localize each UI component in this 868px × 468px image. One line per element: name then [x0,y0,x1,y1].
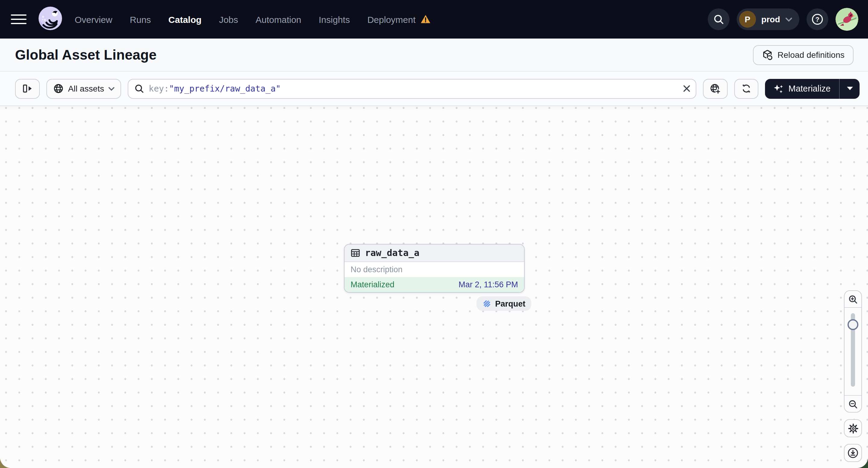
gear-icon [848,423,858,433]
parquet-icon [483,299,492,308]
svg-text:?: ? [815,15,819,23]
table-icon [350,248,360,258]
warning-triangle-icon [421,14,431,24]
nav-item-jobs[interactable]: Jobs [219,14,238,24]
lineage-toolbar: All assets key: "my_prefix/raw_data_a" [0,72,868,106]
zoom-control [844,290,862,413]
zoom-out-button[interactable] [844,395,861,412]
view-global-graph-button[interactable] [703,79,727,98]
top-navbar: Overview Runs Catalog Jobs Automation In… [0,0,868,38]
dagster-logo-icon[interactable] [36,5,65,34]
refresh-button[interactable] [734,79,758,98]
global-search-button[interactable] [708,8,730,30]
download-icon [847,447,858,458]
page-header: Global Asset Lineage Reload definitions [0,38,868,72]
nav-item-deployment[interactable]: Deployment [367,14,415,24]
asset-node-header: raw_data_a [345,245,524,262]
menu-icon[interactable] [11,14,27,24]
asset-materialized-timestamp[interactable]: Mar 2, 11:56 PM [458,280,518,289]
nav-item-automation[interactable]: Automation [256,14,302,24]
chevron-down-icon [108,87,115,91]
search-query-value: "my_prefix/raw_data_a" [169,84,281,93]
sparkle-icon [773,84,784,94]
dagster-app: Overview Runs Catalog Jobs Automation In… [0,0,868,468]
zoom-out-icon [848,399,858,409]
canvas-controls [844,290,862,462]
asset-name: raw_data_a [365,248,420,258]
search-icon [713,14,724,25]
chevron-down-icon [785,17,792,21]
lineage-canvas[interactable]: raw_data_a No description Materialized M… [0,106,868,468]
asset-scope-dropdown[interactable]: All assets [46,79,121,98]
asset-status-row: Materialized Mar 2, 11:56 PM [345,277,524,292]
reload-definitions-label: Reload definitions [777,50,844,60]
materialize-button[interactable]: Materialize [765,79,839,98]
clear-search-button[interactable] [682,84,691,93]
refresh-icon [741,83,752,94]
reload-definitions-button[interactable]: Reload definitions [753,45,854,65]
download-image-button[interactable] [844,444,862,462]
zoom-in-button[interactable] [844,291,861,308]
nav-item-overview[interactable]: Overview [75,14,112,24]
close-icon [682,84,691,93]
asset-scope-label: All assets [68,84,104,93]
graph-settings-button[interactable] [844,419,862,437]
zoom-slider[interactable] [844,308,861,395]
zoom-in-icon [848,294,858,304]
nav-item-catalog[interactable]: Catalog [168,14,202,24]
environment-avatar: P [739,11,756,28]
help-button[interactable]: ? [807,8,828,30]
help-icon: ? [811,13,824,25]
globe-icon [53,83,64,94]
asset-kind-tag-parquet[interactable]: Parquet [476,297,532,311]
asset-search-input[interactable]: key: "my_prefix/raw_data_a" [128,79,696,98]
nav-item-runs[interactable]: Runs [130,14,151,24]
user-avatar[interactable] [835,8,858,31]
materialize-label: Materialize [788,84,831,93]
search-icon [134,84,144,93]
zoom-slider-handle[interactable] [847,319,858,330]
asset-kind-label: Parquet [495,299,526,308]
materialize-dropdown-button[interactable] [840,79,860,98]
asset-status: Materialized [350,280,395,289]
globe-plus-icon [710,83,721,94]
search-query-prefix: key: [149,84,169,93]
materialize-split-button: Materialize [765,79,860,98]
navbar-actions: P prod ? [708,8,858,31]
caret-down-icon [847,87,852,90]
environment-switcher[interactable]: P prod [737,8,799,30]
search-query: key: "my_prefix/raw_data_a" [149,84,678,93]
reload-definitions-icon [762,50,773,60]
toggle-sidebar-button[interactable] [15,79,40,98]
page-title: Global Asset Lineage [15,47,157,63]
asset-description: No description [345,262,524,277]
primary-nav: Overview Runs Catalog Jobs Automation In… [75,14,431,24]
environment-name: prod [762,14,780,24]
asset-node-raw-data-a[interactable]: raw_data_a No description Materialized M… [344,244,525,293]
open-panel-icon [22,83,33,94]
nav-item-insights[interactable]: Insights [319,14,350,24]
